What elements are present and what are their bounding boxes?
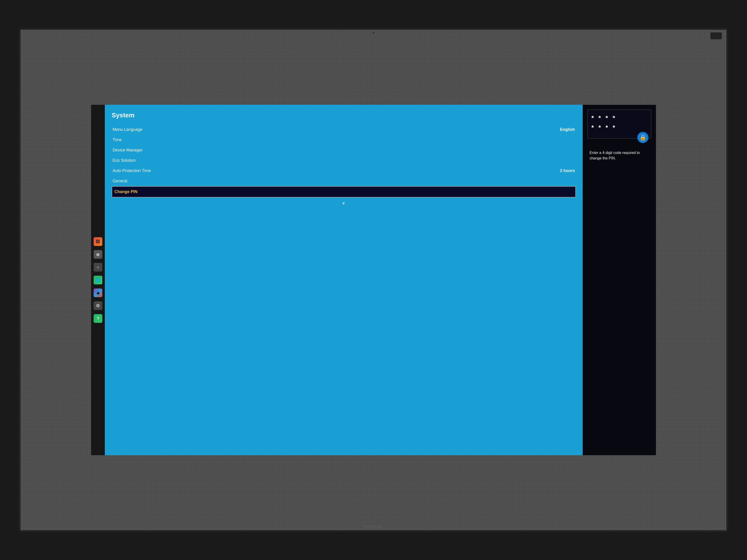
- menu-container: 🖼 ⬤ ◎ 🌐 ◈ ⚙ ?: [91, 105, 656, 455]
- menu-title: System: [112, 112, 576, 119]
- menu-item-eco[interactable]: Eco Solution: [112, 155, 576, 166]
- audio-icon: ◎: [97, 265, 99, 269]
- camera-dot: [372, 32, 375, 34]
- scroll-down-indicator: ∨: [112, 200, 576, 206]
- tv-frame: 🖼 ⬤ ◎ 🌐 ◈ ⚙ ?: [19, 28, 728, 532]
- menu-item-auto-protection-value: 2 hours: [560, 168, 575, 173]
- settings-icon: ⚙: [96, 303, 100, 309]
- menu-item-auto-protection-label: Auto Protection Time: [112, 168, 151, 173]
- sidebar-icon-apps[interactable]: ◈: [94, 289, 102, 297]
- menu-item-eco-label: Eco Solution: [112, 158, 136, 163]
- pin-dot-1-2: *: [598, 114, 601, 122]
- sidebar-icon-network[interactable]: 🌐: [94, 276, 102, 284]
- pin-dot-1-1: *: [591, 114, 594, 122]
- pin-row-1: * * * *: [591, 114, 647, 122]
- pin-dot-2-1: *: [591, 124, 594, 131]
- menu-item-language[interactable]: Menu Language English: [112, 125, 576, 135]
- sidebar-icon-help[interactable]: ?: [94, 314, 102, 323]
- sidebar: 🖼 ⬤ ◎ 🌐 ◈ ⚙ ?: [91, 105, 105, 455]
- pin-instruction: Enter a 4-digit code required to change …: [587, 150, 651, 161]
- help-icon: ?: [97, 316, 99, 321]
- lock-icon-container: 🔒: [637, 132, 649, 143]
- menu-item-device-manager-label: Device Manager: [112, 148, 143, 153]
- sidebar-icon-audio[interactable]: ◎: [94, 263, 102, 271]
- sidebar-icon-settings[interactable]: ⚙: [94, 301, 102, 310]
- network-icon: 🌐: [96, 277, 101, 283]
- pin-dot-2-2: *: [598, 124, 601, 131]
- menu-item-change-pin[interactable]: Change PIN: [112, 186, 576, 197]
- menu-item-time-label: Time: [112, 137, 122, 142]
- menu-item-language-label: Menu Language: [112, 127, 143, 132]
- sidebar-icon-camera[interactable]: ⬤: [94, 250, 102, 259]
- apps-icon: ◈: [96, 290, 100, 296]
- system-menu: System Menu Language English Time Device…: [105, 105, 583, 455]
- tv-screen: 🖼 ⬤ ◎ 🌐 ◈ ⚙ ?: [21, 30, 727, 530]
- menu-item-auto-protection[interactable]: Auto Protection Time 2 hours: [112, 166, 576, 176]
- pin-dot-2-3: *: [606, 124, 608, 131]
- lock-icon: 🔒: [639, 134, 646, 141]
- picture-icon: 🖼: [96, 239, 100, 244]
- camera-icon: ⬤: [96, 252, 100, 256]
- menu-item-change-pin-label: Change PIN: [114, 189, 137, 194]
- tv-brand: SAMSUNG: [364, 525, 383, 528]
- pin-dot-1-4: *: [613, 114, 615, 122]
- menu-item-language-value: English: [560, 127, 575, 132]
- menu-item-general[interactable]: General: [112, 176, 576, 186]
- pin-dot-2-4: *: [613, 124, 615, 131]
- pin-dot-1-3: *: [606, 114, 608, 122]
- pin-display-box: * * * * * * * * 🔒: [587, 109, 651, 139]
- pin-row-2: * * * *: [591, 124, 647, 131]
- menu-item-device-manager[interactable]: Device Manager: [112, 145, 576, 155]
- pin-panel: * * * * * * * * 🔒 Enter a 4-dig: [583, 105, 656, 455]
- tv-controls: [711, 32, 722, 39]
- menu-item-general-label: General: [112, 179, 127, 184]
- sidebar-icon-picture[interactable]: 🖼: [94, 237, 102, 246]
- menu-item-time[interactable]: Time: [112, 135, 576, 145]
